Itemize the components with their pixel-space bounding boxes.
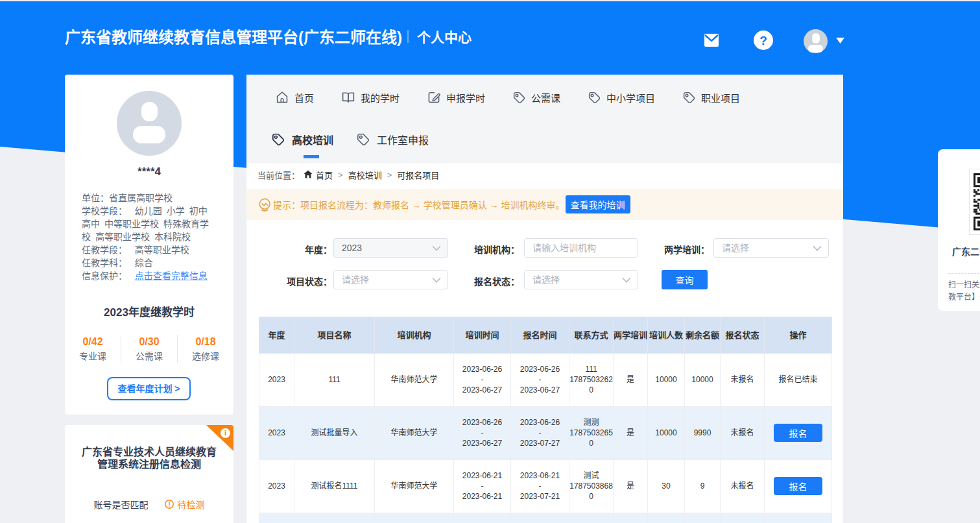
- svg-text:?: ?: [759, 34, 767, 47]
